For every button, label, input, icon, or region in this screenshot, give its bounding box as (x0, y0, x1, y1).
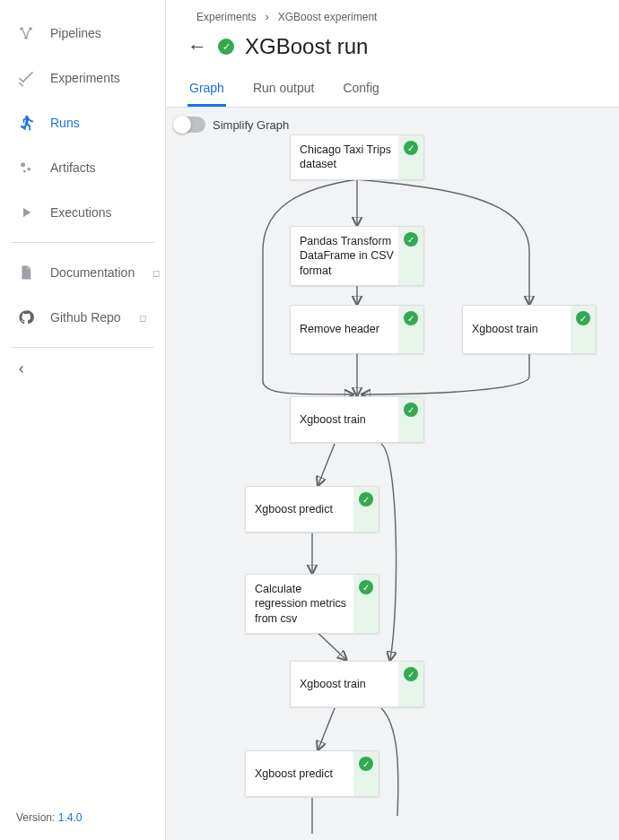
check-icon: ✓ (404, 311, 418, 325)
check-icon: ✓ (404, 232, 418, 247)
sidebar-item-executions[interactable]: Executions (0, 190, 165, 235)
sidebar-item-label: Experiments (50, 71, 120, 85)
check-icon: ✓ (359, 580, 373, 594)
tab-config[interactable]: Config (341, 72, 380, 107)
status-success-icon: ✓ (218, 39, 234, 55)
sidebar-item-pipelines[interactable]: Pipelines (0, 11, 165, 56)
breadcrumb-item[interactable]: XGBoost experiment (278, 11, 378, 23)
sidebar-item-label: Artifacts (50, 160, 96, 175)
page-title: XGBoost run (245, 34, 368, 59)
svg-point-4 (21, 162, 25, 167)
check-icon: ✓ (359, 757, 373, 771)
breadcrumb-root[interactable]: Experiments (196, 11, 257, 23)
tabs: Graph Run output Config (187, 68, 597, 107)
sidebar-item-label: Runs (50, 116, 80, 130)
node-remove-header[interactable]: Remove header ✓ (290, 305, 424, 354)
simplify-label: Simplify Graph (213, 118, 289, 132)
node-xgboost-train-merge[interactable]: Xgboost train ✓ (290, 396, 424, 443)
node-label: Xgboost predict (255, 766, 333, 781)
sidebar-item-runs[interactable]: Runs (0, 100, 165, 145)
version-value: 1.4.0 (58, 811, 83, 824)
pipelines-icon (16, 23, 36, 43)
header: Experiments › XGBoost experiment ← ✓ XGB… (166, 0, 619, 108)
node-label: Xgboost train (300, 677, 366, 691)
node-xgboost-train-right[interactable]: Xgboost train ✓ (462, 305, 597, 354)
sidebar-link-documentation[interactable]: Documentation ◻ (0, 250, 165, 295)
node-status: ✓ (571, 306, 596, 353)
back-arrow-icon[interactable]: ← (187, 35, 207, 58)
sidebar-item-experiments[interactable]: Experiments (0, 56, 165, 100)
version-label: Version: (16, 811, 55, 824)
svg-point-2 (24, 36, 28, 39)
node-xgboost-predict-1[interactable]: Xgboost predict ✓ (245, 486, 379, 533)
sidebar-item-label: Executions (50, 205, 111, 220)
github-icon (16, 307, 36, 327)
node-status: ✓ (398, 306, 423, 353)
tab-run-output[interactable]: Run output (251, 72, 317, 107)
sidebar-link-label: Github Repo (50, 310, 121, 325)
breadcrumb: Experiments › XGBoost experiment (187, 7, 597, 30)
divider (11, 242, 154, 243)
sidebar: Pipelines Experiments Runs Artifacts Exe… (0, 0, 166, 840)
sidebar-item-label: Pipelines (50, 26, 101, 40)
runs-icon (16, 113, 36, 133)
simplify-toggle[interactable] (175, 117, 205, 133)
node-label: Remove header (300, 322, 379, 336)
artifacts-icon (16, 158, 36, 178)
svg-point-5 (28, 168, 31, 171)
node-xgboost-predict-2[interactable]: Xgboost predict ✓ (245, 750, 379, 797)
node-calc-regression-metrics[interactable]: Calculate regression metrics from csv ✓ (245, 574, 379, 634)
node-status: ✓ (353, 575, 379, 633)
external-link-icon: ◻ (139, 313, 146, 323)
check-icon: ✓ (576, 311, 590, 325)
check-icon: ✓ (404, 667, 418, 681)
experiments-icon (16, 68, 36, 88)
graph-canvas[interactable]: Simplify Graph (166, 108, 619, 840)
node-label: Calculate regression metrics from csv (255, 583, 346, 625)
svg-point-6 (23, 170, 26, 173)
divider (11, 347, 154, 348)
sidebar-link-label: Documentation (50, 265, 135, 280)
node-status: ✓ (398, 135, 423, 179)
node-status: ✓ (398, 662, 423, 706)
breadcrumb-separator: › (266, 11, 269, 23)
check-icon: ✓ (404, 403, 418, 417)
sidebar-link-github[interactable]: Github Repo ◻ (0, 295, 165, 340)
tab-graph[interactable]: Graph (187, 72, 226, 107)
check-icon: ✓ (404, 141, 418, 155)
node-label: Chicago Taxi Trips dataset (300, 143, 391, 170)
collapse-sidebar[interactable] (0, 355, 165, 386)
node-status: ✓ (353, 751, 379, 796)
graph-nodes: Chicago Taxi Trips dataset ✓ Pandas Tran… (166, 108, 619, 840)
node-label: Xgboost train (472, 322, 538, 336)
node-label: Xgboost train (300, 412, 366, 427)
node-xgboost-train-2[interactable]: Xgboost train ✓ (290, 661, 424, 707)
title-row: ← ✓ XGBoost run (187, 30, 597, 68)
node-pandas-transform[interactable]: Pandas Transform DataFrame in CSV format… (290, 226, 424, 286)
executions-icon (16, 203, 36, 222)
node-status: ✓ (398, 397, 423, 442)
node-label: Pandas Transform DataFrame in CSV format (300, 235, 394, 277)
sidebar-item-artifacts[interactable]: Artifacts (0, 145, 165, 190)
node-chicago-taxi-dataset[interactable]: Chicago Taxi Trips dataset ✓ (290, 134, 424, 180)
node-status: ✓ (398, 227, 423, 285)
simplify-graph-row: Simplify Graph (175, 117, 289, 133)
version-footer: Version: 1.4.0 (0, 811, 165, 829)
doc-icon (16, 263, 36, 282)
node-label: Xgboost predict (255, 502, 333, 516)
main: Experiments › XGBoost experiment ← ✓ XGB… (166, 0, 619, 840)
check-icon: ✓ (359, 492, 373, 507)
node-status: ✓ (353, 487, 379, 532)
external-link-icon: ◻ (153, 268, 160, 278)
